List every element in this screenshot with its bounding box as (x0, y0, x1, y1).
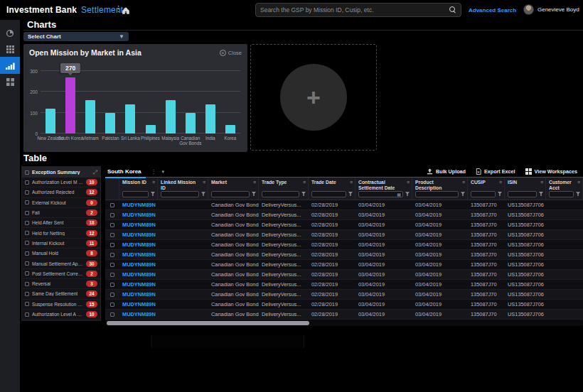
search-input[interactable] (260, 6, 449, 13)
exception-checkbox[interactable] (25, 261, 29, 266)
mission-id-link[interactable]: MUDYNM89N (119, 202, 158, 208)
exception-checkbox[interactable] (25, 312, 29, 317)
exception-item[interactable]: Authorized Rejected12 (22, 187, 100, 197)
row-checkbox[interactable] (110, 223, 114, 227)
exception-item[interactable]: Held for Netting12 (22, 228, 100, 238)
column-menu-icon[interactable]: ≡ (303, 180, 306, 185)
exception-item[interactable]: Post Settlement Correction2 (22, 269, 100, 279)
chart-close-button[interactable]: × Close (220, 50, 242, 56)
row-checkbox[interactable] (110, 233, 114, 237)
row-checkbox[interactable] (110, 263, 114, 267)
table-row[interactable]: MUDYNM89NCanadian Gov BondsDeliveryVersu… (105, 250, 583, 260)
tab-caret-icon[interactable]: ▾ (162, 169, 165, 175)
filter-input[interactable] (550, 192, 573, 197)
filter-input[interactable] (416, 192, 458, 197)
exception-checkbox[interactable] (25, 231, 29, 235)
table-row[interactable]: MUDYNM89NCanadian Gov BondsDeliveryVersu… (105, 310, 583, 320)
sidebar-item-charts[interactable] (0, 57, 20, 74)
sidebar-item-dashboard[interactable] (0, 26, 20, 41)
exception-checkbox[interactable] (25, 282, 29, 286)
bar[interactable] (65, 77, 75, 134)
exception-checkbox[interactable] (25, 180, 29, 185)
row-checkbox[interactable] (110, 293, 114, 297)
exception-checkbox[interactable] (25, 271, 29, 276)
table-row[interactable]: MUDYNM89NCanadian Gov BondsDeliveryVersu… (105, 200, 583, 210)
sidebar-item-grid-view[interactable] (0, 41, 20, 57)
filter-input[interactable] (212, 192, 249, 197)
exception-checkbox[interactable] (25, 200, 29, 205)
filter-input[interactable] (508, 192, 536, 197)
exception-checkbox[interactable] (25, 211, 29, 215)
filter-input[interactable] (123, 192, 148, 197)
bar[interactable] (146, 125, 156, 134)
mission-id-link[interactable]: MUDYNM89N (119, 232, 158, 238)
table-row[interactable]: MUDYNM89NCanadian Gov BondsDeliveryVersu… (105, 300, 583, 310)
exception-item[interactable]: External Kickout0 (22, 198, 100, 208)
exception-checkbox[interactable] (25, 292, 29, 296)
filter-funnel-icon[interactable] (539, 192, 543, 196)
filter-funnel-icon[interactable] (576, 192, 580, 196)
row-checkbox[interactable] (110, 303, 114, 307)
bar[interactable] (186, 113, 196, 134)
row-checkbox[interactable] (110, 213, 114, 217)
exception-item[interactable]: Internal Kickout11 (22, 239, 100, 249)
column-menu-icon[interactable]: ≡ (499, 180, 502, 185)
mission-id-link[interactable]: MUDYNM89N (119, 291, 158, 298)
exception-item[interactable]: Manual Hold8 (22, 249, 100, 258)
column-menu-icon[interactable]: ≡ (407, 180, 410, 185)
row-checkbox[interactable] (110, 283, 114, 287)
table-row[interactable]: MUDYNM89NCanadian Gov BondsDeliveryVersu… (105, 260, 583, 270)
filter-input[interactable] (312, 192, 346, 197)
mission-id-link[interactable]: MUDYNM89N (119, 271, 158, 278)
mission-id-link[interactable]: MUDYNM89N (119, 301, 158, 307)
advanced-search-link[interactable]: Advanced Search (469, 7, 516, 13)
exception-item[interactable]: Fail2 (22, 208, 100, 218)
row-checkbox[interactable] (110, 253, 114, 257)
row-checkbox[interactable] (110, 243, 114, 247)
exception-item[interactable]: Same Day Settlement24 (22, 289, 100, 299)
bulk-upload-button[interactable]: Bulk Upload (427, 168, 466, 175)
table-row[interactable]: MUDYNM89NCanadian Gov BondsDeliveryVersu… (105, 290, 583, 300)
bar[interactable] (205, 104, 215, 134)
column-menu-icon[interactable]: ≡ (462, 180, 465, 185)
filter-funnel-icon[interactable] (498, 192, 502, 196)
exception-checkbox[interactable] (25, 241, 29, 245)
table-row[interactable]: MUDYNM89NCanadian Gov BondsDeliveryVersu… (105, 220, 583, 230)
filter-funnel-icon[interactable] (151, 192, 155, 196)
filter-funnel-icon[interactable] (405, 192, 410, 196)
search-icon[interactable] (449, 6, 456, 13)
scrollbar-thumb[interactable] (107, 321, 309, 325)
column-menu-icon[interactable]: ≡ (577, 180, 580, 185)
exception-item[interactable]: Held After Sent18 (22, 218, 100, 228)
exception-checkbox[interactable] (25, 302, 29, 306)
exception-checkbox[interactable] (25, 221, 29, 225)
tab-menu-icon[interactable]: ⋮ (151, 169, 156, 175)
bar[interactable] (46, 109, 55, 134)
exception-item[interactable]: Suspense Resolution Requi...15 (22, 300, 100, 310)
add-chart-button[interactable]: + (280, 64, 347, 131)
exception-item[interactable]: Reversal3 (22, 279, 100, 289)
mission-id-link[interactable]: MUDYNM89N (119, 261, 158, 268)
row-checkbox[interactable] (110, 312, 114, 317)
mission-id-link[interactable]: MUDYNM89N (119, 222, 158, 228)
filter-funnel-icon[interactable] (348, 192, 353, 196)
bar[interactable] (85, 100, 95, 134)
mission-id-link[interactable]: MUDYNM89N (119, 281, 158, 288)
table-row[interactable]: MUDYNM89NCanadian Gov BondsDeliveryVersu… (105, 240, 583, 250)
filter-input[interactable] (262, 192, 299, 197)
expand-icon[interactable]: ⤢ (93, 169, 97, 176)
filter-funnel-icon[interactable] (461, 192, 465, 196)
filter-funnel-icon[interactable] (252, 192, 256, 196)
column-menu-icon[interactable]: ≡ (350, 180, 353, 185)
table-row[interactable]: MUDYNM89NCanadian Gov BondsDeliveryVersu… (105, 280, 583, 290)
exception-item[interactable]: Authorization Level M Req...10 (22, 178, 100, 187)
exception-item[interactable]: Authorization Level A or B...10 (22, 310, 100, 320)
bar[interactable] (166, 100, 176, 134)
sidebar-item-workspaces[interactable] (0, 74, 20, 89)
bar[interactable] (105, 113, 115, 134)
export-excel-button[interactable]: Export Excel (476, 168, 515, 175)
user-chip[interactable]: Genevieve Boyd (523, 4, 579, 15)
filter-input[interactable] (161, 192, 198, 197)
home-icon[interactable] (122, 5, 130, 13)
table-row[interactable]: MUDYNM89NCanadian Gov BondsDeliveryVersu… (105, 270, 583, 280)
